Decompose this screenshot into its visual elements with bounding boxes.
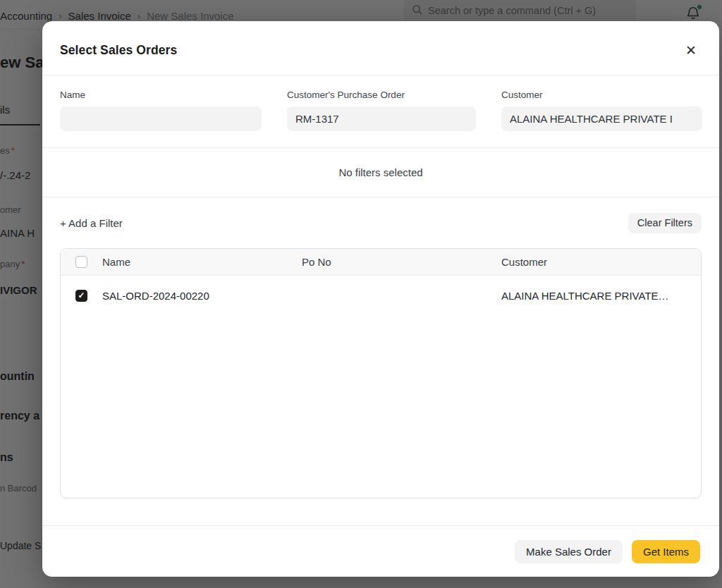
filter-actions-row: + Add a Filter Clear Filters xyxy=(42,197,719,248)
spacer xyxy=(42,498,719,525)
dialog-header: Select Sales Orders ✕ xyxy=(42,21,719,75)
row-customer-cell: ALAINA HEALTHCARE PRIVATE… xyxy=(501,290,701,302)
dialog-footer: Make Sales Order Get Items xyxy=(42,525,719,577)
column-header-name: Name xyxy=(102,256,302,268)
row-name-cell: SAL-ORD-2024-00220 xyxy=(102,290,302,302)
sales-orders-table: Name Po No Customer ✓ SAL-ORD-2024-00220… xyxy=(60,248,702,498)
make-sales-order-button[interactable]: Make Sales Order xyxy=(515,540,623,563)
name-filter-input[interactable] xyxy=(60,106,262,131)
row-checkbox-cell: ✓ xyxy=(61,290,102,302)
column-header-customer: Customer xyxy=(501,256,701,268)
table-header-row: Name Po No Customer xyxy=(61,249,701,276)
get-items-button[interactable]: Get Items xyxy=(632,540,700,563)
filter-field-po: Customer's Purchase Order xyxy=(287,90,476,131)
select-all-checkbox[interactable] xyxy=(75,256,87,268)
select-all-cell xyxy=(61,256,102,268)
select-sales-orders-dialog: Select Sales Orders ✕ Name Customer's Pu… xyxy=(42,21,719,577)
po-filter-input[interactable] xyxy=(287,106,476,131)
clear-filters-button[interactable]: Clear Filters xyxy=(628,213,702,233)
quick-filters: Name Customer's Purchase Order Customer xyxy=(42,75,719,148)
customer-filter-label: Customer xyxy=(501,90,702,100)
filter-field-name: Name xyxy=(60,90,262,131)
customer-filter-input[interactable] xyxy=(501,106,702,131)
row-checkbox[interactable]: ✓ xyxy=(75,290,87,302)
filter-field-customer: Customer xyxy=(501,90,702,131)
add-filter-button[interactable]: + Add a Filter xyxy=(60,217,123,229)
table-row[interactable]: ✓ SAL-ORD-2024-00220 ALAINA HEALTHCARE P… xyxy=(61,276,701,315)
no-filters-message: No filters selected xyxy=(42,148,719,197)
column-header-po-no: Po No xyxy=(302,256,501,268)
po-filter-label: Customer's Purchase Order xyxy=(287,90,476,100)
name-filter-label: Name xyxy=(60,90,262,100)
dialog-title: Select Sales Orders xyxy=(60,43,177,58)
close-icon[interactable]: ✕ xyxy=(680,39,702,61)
